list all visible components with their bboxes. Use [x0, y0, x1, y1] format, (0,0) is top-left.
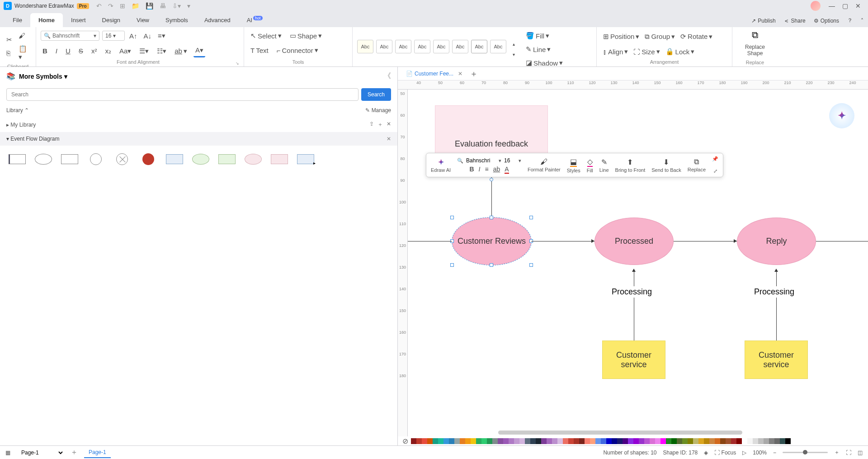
font-size-select[interactable]: 16 ▾ [102, 31, 125, 41]
color-swatch[interactable] [774, 438, 780, 444]
connector-h0[interactable] [408, 241, 452, 241]
color-swatch[interactable] [595, 438, 601, 444]
float-edraw-ai[interactable]: Edraw AI [431, 167, 451, 173]
sel-handle-nw[interactable] [450, 216, 454, 219]
color-swatch[interactable] [536, 438, 541, 444]
page-view-icon[interactable]: ▦ [5, 450, 10, 456]
tab-symbols[interactable]: Symbols [157, 13, 196, 27]
float-pin-icon[interactable]: 📌 [712, 156, 718, 162]
style-preset-6[interactable]: Abc [452, 40, 468, 53]
underline-icon[interactable]: U [64, 45, 72, 57]
connector-handle[interactable] [490, 178, 493, 181]
palette-shape-greenrect[interactable] [216, 151, 238, 167]
palette-shape-greenell[interactable] [190, 151, 212, 167]
lib-export-icon[interactable]: ⇪ [369, 121, 374, 128]
color-swatch[interactable] [709, 438, 715, 444]
sel-handle-n[interactable] [490, 216, 493, 219]
page-select[interactable]: Page-1 [17, 448, 64, 457]
color-swatch[interactable] [698, 438, 704, 444]
save-icon[interactable]: 💾 [146, 2, 153, 9]
float-bold-icon[interactable]: B [469, 166, 474, 174]
new-icon[interactable]: ⊞ [120, 2, 125, 9]
color-swatch[interactable] [715, 438, 720, 444]
library-label[interactable]: Library ⌃ [6, 107, 29, 114]
style-preset-3[interactable]: Abc [395, 40, 411, 53]
drawing-canvas[interactable]: Evaluation feedback Customer Reviews Pro… [408, 90, 868, 436]
style-preset-8[interactable]: Abc [490, 40, 506, 53]
color-swatch[interactable] [785, 438, 791, 444]
collapse-sidebar-icon[interactable]: 《 [384, 71, 391, 81]
color-swatch[interactable] [438, 438, 443, 444]
zoom-in-button[interactable]: ＋ [834, 449, 840, 456]
color-swatch[interactable] [731, 438, 736, 444]
palette-shape-pinkell[interactable] [242, 151, 264, 167]
color-swatch[interactable] [574, 438, 579, 444]
strike-icon[interactable]: S [77, 45, 85, 57]
float-front-icon[interactable]: ⬆ [627, 158, 633, 166]
styles-up-icon[interactable]: ▴ [511, 40, 517, 48]
color-swatch[interactable] [503, 438, 509, 444]
zoom-slider[interactable] [783, 452, 828, 453]
color-swatch[interactable] [541, 438, 547, 444]
palette-shape-rect[interactable] [59, 151, 80, 167]
palette-shape-page[interactable] [6, 151, 28, 167]
connector-h3[interactable] [816, 241, 868, 241]
float-size-input[interactable] [503, 156, 517, 165]
new-tab-button[interactable]: ＋ [470, 68, 478, 79]
color-swatch[interactable] [601, 438, 606, 444]
color-swatch[interactable] [454, 438, 460, 444]
connector-v3[interactable] [776, 272, 777, 344]
align-button[interactable]: ⫿ Align▾ [601, 46, 630, 57]
color-swatch[interactable] [655, 438, 660, 444]
color-swatch[interactable] [671, 438, 677, 444]
color-swatch[interactable] [465, 438, 471, 444]
help-icon[interactable]: ？ [847, 17, 853, 24]
size-button[interactable]: ⛶ Size▾ [632, 46, 661, 57]
decrease-font-icon[interactable]: A↓ [142, 30, 154, 42]
style-preset-4[interactable]: Abc [414, 40, 430, 53]
sel-handle-se[interactable] [529, 263, 533, 267]
float-highlight-icon[interactable]: ab [493, 166, 500, 174]
color-swatch[interactable] [552, 438, 557, 444]
color-swatch[interactable] [514, 438, 519, 444]
tab-insert[interactable]: Insert [63, 13, 94, 27]
color-swatch[interactable] [633, 438, 639, 444]
collapse-ribbon-icon[interactable]: ˄ [861, 18, 863, 24]
color-swatch[interactable] [660, 438, 666, 444]
connector-v2[interactable] [634, 272, 634, 344]
select-tool[interactable]: ↖ Select ▾ [249, 30, 283, 42]
float-expand-icon[interactable]: ⤢ [713, 168, 717, 174]
close-tab-icon[interactable]: ✕ [458, 71, 462, 77]
open-icon[interactable]: 📁 [132, 2, 139, 9]
float-italic-icon[interactable]: I [479, 166, 481, 174]
font-dialog-launcher[interactable]: ↘ [236, 61, 239, 66]
style-preset-2[interactable]: Abc [376, 40, 392, 53]
color-swatch[interactable] [682, 438, 688, 444]
text-case-icon[interactable]: Aa▾ [118, 45, 133, 57]
float-fill-icon[interactable]: ◇ [587, 157, 593, 167]
subscript-icon[interactable]: x₂ [103, 45, 113, 57]
color-swatch[interactable] [666, 438, 671, 444]
line-button[interactable]: ✎ Line ▾ [524, 43, 565, 55]
connector-h2[interactable] [674, 241, 737, 241]
palette-shape-xcircle[interactable] [111, 151, 133, 167]
color-swatch[interactable] [736, 438, 742, 444]
color-swatch[interactable] [471, 438, 476, 444]
manage-library-button[interactable]: ✎ Manage [365, 107, 391, 114]
color-swatch[interactable] [742, 438, 747, 444]
sel-handle-sw[interactable] [450, 263, 454, 267]
paste-icon[interactable]: 📋▾ [17, 43, 31, 63]
shape-eval-feedback[interactable]: Evaluation feedback [435, 105, 548, 155]
add-page-button[interactable]: ＋ [71, 448, 78, 457]
color-swatch[interactable] [460, 438, 465, 444]
color-swatch[interactable] [606, 438, 612, 444]
shape-customer-service-1[interactable]: Customer service [602, 341, 665, 379]
rotate-button[interactable]: ⟳ Rotate▾ [679, 31, 714, 43]
color-swatch[interactable] [557, 438, 563, 444]
document-tab[interactable]: 📄 Customer Fee...✕ [402, 69, 466, 79]
shape-processed[interactable]: Processed [594, 218, 674, 265]
color-swatch[interactable] [758, 438, 764, 444]
user-avatar[interactable] [811, 1, 821, 11]
style-preset-1[interactable]: Abc [357, 40, 373, 53]
color-swatch[interactable] [585, 438, 590, 444]
